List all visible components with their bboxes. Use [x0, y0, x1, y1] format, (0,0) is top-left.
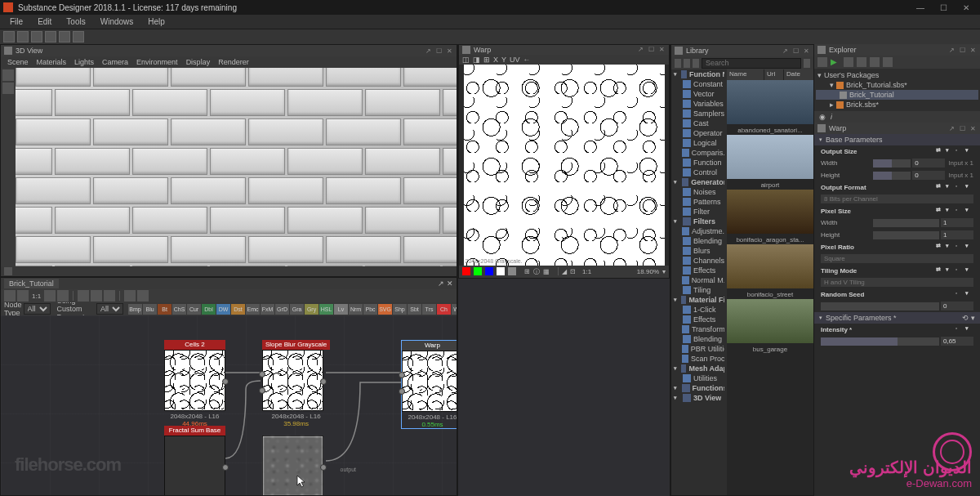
- refresh-icon[interactable]: [73, 31, 84, 42]
- lib-refresh-icon[interactable]: [693, 59, 699, 68]
- menu-windows[interactable]: Windows: [94, 16, 140, 28]
- lib-cat-item[interactable]: Scan Proc...: [671, 354, 727, 364]
- height-input[interactable]: [912, 171, 945, 180]
- lib-cat-item[interactable]: Logical: [671, 138, 727, 148]
- x-icon[interactable]: X: [493, 56, 498, 64]
- lib-cat-item[interactable]: Tiling: [671, 285, 727, 295]
- node-filter-blu[interactable]: Blu: [143, 304, 157, 315]
- lib-cat-item[interactable]: PBR Utilities: [671, 344, 727, 354]
- library-search-input[interactable]: [702, 58, 801, 69]
- color-g[interactable]: [474, 267, 482, 275]
- seed-input[interactable]: [941, 302, 973, 311]
- color-all[interactable]: [508, 267, 516, 275]
- panel-close-icon[interactable]: ✕: [445, 47, 453, 55]
- node-filter-dbl[interactable]: Dbl: [202, 304, 216, 315]
- lib-thumb[interactable]: [727, 244, 813, 288]
- lib-cat-item[interactable]: Utilities: [671, 373, 727, 383]
- node-noise[interactable]: output 2048x2048 - L16: [262, 426, 323, 495]
- input-port[interactable]: [259, 371, 265, 378]
- panel-close-icon[interactable]: ✕: [969, 46, 977, 54]
- grid1-icon[interactable]: ◫: [462, 56, 470, 64]
- tiling-select[interactable]: H and V Tiling: [821, 278, 973, 287]
- node-filter-ch[interactable]: Ch: [437, 304, 451, 315]
- close-button[interactable]: ✕: [956, 1, 977, 14]
- node-slope-blur[interactable]: Slope Blur Grayscale 2048x2048 - L16 35.…: [262, 340, 330, 427]
- grid3-icon[interactable]: ⊞: [483, 56, 490, 64]
- lib-view2-icon[interactable]: [684, 59, 690, 68]
- lib-cat-item[interactable]: 1-Click: [671, 305, 727, 315]
- tree-item[interactable]: ▾Brick_Tutorial.sbs*: [816, 80, 978, 90]
- tb-camera[interactable]: Camera: [99, 58, 131, 66]
- lib-cat-item[interactable]: Transforms: [671, 324, 727, 334]
- lib-cat-item[interactable]: Operator: [671, 128, 727, 138]
- output-port[interactable]: [320, 378, 327, 385]
- ruler-icon[interactable]: ◢: [562, 268, 567, 275]
- panel-close-icon[interactable]: ✕: [657, 46, 666, 54]
- input-port[interactable]: [259, 387, 265, 394]
- zoom-dropdown-icon[interactable]: ▾: [662, 268, 666, 275]
- node-filter-sbt[interactable]: Sbt: [408, 304, 421, 315]
- lib-thumb[interactable]: [727, 299, 813, 343]
- graph-stop-icon[interactable]: [124, 290, 136, 302]
- pw-input[interactable]: [941, 218, 973, 227]
- lib-thumb[interactable]: [727, 190, 813, 234]
- col-name[interactable]: Name: [727, 69, 764, 80]
- node-cells2[interactable]: Cells 2 2048x2048 - L16 44.96ms: [164, 340, 225, 427]
- panel-close-icon[interactable]: ✕: [969, 124, 977, 132]
- node-filter-trs[interactable]: Trs: [422, 304, 436, 315]
- lib-search-go-icon[interactable]: [804, 59, 810, 68]
- col-date[interactable]: Date mo: [784, 69, 813, 80]
- intensity-input[interactable]: [941, 337, 973, 346]
- panel-maximize-icon[interactable]: ☐: [647, 46, 655, 54]
- lib-cat-item[interactable]: Channels: [671, 256, 727, 266]
- color-r[interactable]: [462, 267, 470, 275]
- lib-cat-item[interactable]: Vector: [671, 89, 727, 99]
- params-select[interactable]: All: [96, 303, 123, 315]
- lib-cat-item[interactable]: Effects: [671, 266, 727, 275]
- tb-materials[interactable]: Materials: [33, 58, 70, 66]
- exp-play-icon[interactable]: ▶: [831, 57, 840, 67]
- exp-icon3[interactable]: [844, 57, 853, 67]
- lib-cat-item[interactable]: Filter: [671, 207, 727, 217]
- crop-icon[interactable]: ⊡: [570, 268, 576, 275]
- node-filter-nrm[interactable]: Nrm: [349, 304, 363, 315]
- graph-undock-icon[interactable]: ↗: [438, 279, 444, 288]
- rotate-tool-icon[interactable]: [2, 69, 14, 81]
- node-filter-emc[interactable]: Emc: [246, 304, 260, 315]
- panel-undock-icon[interactable]: ↗: [636, 46, 644, 54]
- lib-cat-item[interactable]: ▾Filters: [671, 217, 727, 226]
- menu-edit[interactable]: Edit: [31, 16, 58, 28]
- viewport-3d[interactable]: [16, 68, 457, 266]
- node-filter-shp[interactable]: Shp: [393, 304, 407, 315]
- lib-cat-item[interactable]: Blending: [671, 334, 727, 344]
- input-port[interactable]: [399, 388, 405, 395]
- lib-cat-item[interactable]: Samplers: [671, 109, 727, 118]
- panel-maximize-icon[interactable]: ☐: [791, 47, 800, 55]
- graph-tool-1-icon[interactable]: [4, 290, 16, 302]
- pw-slider[interactable]: [873, 219, 939, 227]
- back-icon[interactable]: ←: [523, 56, 531, 64]
- lib-cat-item[interactable]: ▾Mesh Adaptive: [671, 364, 727, 373]
- node-filter-svg[interactable]: SVG: [378, 304, 392, 315]
- graph-link-icon[interactable]: [78, 290, 89, 302]
- explorer-tree[interactable]: ▾User's Packages ▾Brick_Tutorial.sbs* Br…: [814, 69, 980, 111]
- open-icon[interactable]: [17, 31, 29, 42]
- lib-cat-item[interactable]: Cast: [671, 118, 727, 128]
- library-category-tree[interactable]: ▾Function No...ConstantVectorVariablesSa…: [671, 69, 727, 495]
- lib-cat-item[interactable]: Patterns: [671, 197, 727, 207]
- histogram-icon[interactable]: ▦: [543, 268, 550, 275]
- menu-file[interactable]: File: [3, 16, 29, 28]
- node-filter-wrp[interactable]: Wrp: [452, 304, 457, 315]
- px-label[interactable]: 1:1: [582, 268, 591, 275]
- tb-environment[interactable]: Environment: [133, 58, 181, 66]
- lib-view-icon[interactable]: [675, 59, 681, 68]
- graph-info-icon[interactable]: [104, 290, 115, 302]
- node-fractal[interactable]: Fractal Sum Base 2048x2048 - L16: [164, 426, 225, 495]
- panel-maximize-icon[interactable]: ☐: [958, 124, 966, 132]
- node-filter-cur[interactable]: Cur: [187, 304, 201, 315]
- y-icon[interactable]: Y: [501, 56, 506, 64]
- move-tool-icon[interactable]: [2, 83, 14, 94]
- node-filter-gra[interactable]: Gra: [290, 304, 304, 315]
- panel-undock-icon[interactable]: ↗: [947, 124, 956, 132]
- output-format-select[interactable]: 8 Bits per Channel: [821, 194, 973, 203]
